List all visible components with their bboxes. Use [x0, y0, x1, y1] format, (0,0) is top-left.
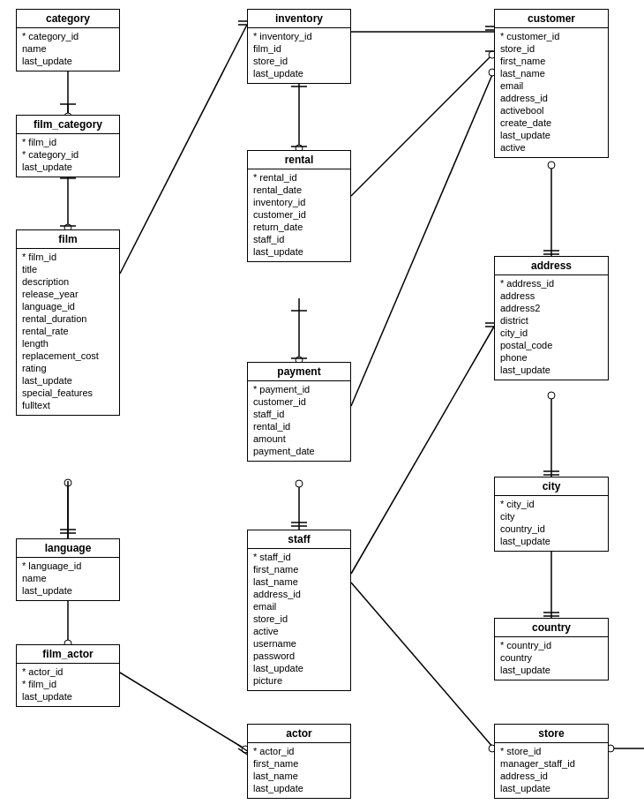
field-city-0: * city_id: [500, 498, 603, 510]
field-staff-7: username: [253, 637, 345, 650]
field-customer-6: activebool: [500, 104, 603, 117]
field-customer-7: create_date: [500, 117, 603, 129]
field-film_category-1: * category_id: [22, 148, 114, 161]
field-payment-0: * payment_id: [253, 383, 345, 395]
entity-body-actor: * actor_idfirst_namelast_namelast_update: [248, 743, 350, 798]
field-film-8: replacement_cost: [22, 350, 114, 362]
field-country-0: * country_id: [500, 639, 603, 651]
entity-header-actor: actor: [248, 725, 350, 743]
entity-body-store: * store_idmanager_staff_idaddress_idlast…: [495, 743, 608, 798]
field-language-2: last_update: [22, 584, 114, 597]
field-film_actor-0: * actor_id: [22, 665, 114, 678]
field-inventory-1: film_id: [253, 42, 345, 55]
field-film_actor-1: * film_id: [22, 678, 114, 690]
entity-header-staff: staff: [248, 530, 350, 549]
field-film-11: special_features: [22, 387, 114, 399]
field-film-4: language_id: [22, 300, 114, 312]
field-rental-2: inventory_id: [253, 196, 345, 208]
field-address-4: city_id: [500, 327, 603, 339]
field-staff-10: picture: [253, 674, 345, 687]
field-store-0: * store_id: [500, 745, 603, 757]
entity-header-category: category: [17, 10, 119, 28]
svg-line-21: [120, 25, 247, 274]
field-film_actor-2: last_update: [22, 690, 114, 703]
field-customer-9: active: [500, 141, 603, 154]
erd-diagram: category* category_idnamelast_updatefilm…: [0, 0, 644, 812]
field-rental-1: rental_date: [253, 184, 345, 196]
entity-body-country: * country_idcountrylast_update: [495, 637, 608, 680]
field-address-5: postal_code: [500, 339, 603, 351]
field-language-1: name: [22, 572, 114, 584]
svg-line-54: [351, 327, 494, 574]
field-country-2: last_update: [500, 664, 603, 676]
field-address-0: * address_id: [500, 277, 603, 289]
field-customer-4: email: [500, 79, 603, 92]
entity-film: film* film_idtitledescriptionrelease_yea…: [16, 229, 120, 416]
field-customer-3: last_name: [500, 67, 603, 79]
field-staff-9: last_update: [253, 662, 345, 674]
field-film-9: rating: [22, 362, 114, 374]
entity-header-film_category: film_category: [17, 116, 119, 134]
entity-city: city* city_idcitycountry_idlast_update: [494, 477, 609, 552]
field-customer-2: first_name: [500, 55, 603, 67]
field-customer-5: address_id: [500, 92, 603, 104]
entity-header-film: film: [17, 230, 119, 249]
entity-body-film_category: * film_id* category_idlast_update: [17, 134, 119, 177]
svg-line-17: [120, 673, 247, 750]
field-country-1: country: [500, 651, 603, 664]
field-rental-0: * rental_id: [253, 171, 345, 184]
field-film-3: release_year: [22, 288, 114, 300]
entity-actor: actor* actor_idfirst_namelast_namelast_u…: [247, 724, 351, 799]
field-staff-3: address_id: [253, 588, 345, 600]
entity-body-customer: * customer_idstore_idfirst_namelast_name…: [495, 28, 608, 157]
field-address-6: phone: [500, 351, 603, 364]
entity-body-film: * film_idtitledescriptionrelease_yearlan…: [17, 249, 119, 415]
entity-body-staff: * staff_idfirst_namelast_nameaddress_ide…: [248, 549, 350, 690]
svg-line-37: [351, 53, 494, 196]
svg-point-43: [548, 162, 555, 169]
field-city-3: last_update: [500, 535, 603, 547]
field-city-1: city: [500, 510, 603, 523]
entity-body-city: * city_idcitycountry_idlast_update: [495, 496, 608, 551]
field-rental-5: staff_id: [253, 233, 345, 245]
field-film-12: fulltext: [22, 399, 114, 411]
field-payment-2: staff_id: [253, 408, 345, 420]
entity-header-inventory: inventory: [248, 10, 350, 28]
field-actor-1: first_name: [253, 757, 345, 770]
entity-header-rental: rental: [248, 151, 350, 169]
field-film-0: * film_id: [22, 251, 114, 263]
entity-staff: staff* staff_idfirst_namelast_nameaddres…: [247, 530, 351, 691]
field-staff-4: email: [253, 600, 345, 613]
field-staff-1: first_name: [253, 563, 345, 575]
entity-header-film_actor: film_actor: [17, 645, 119, 664]
field-film-2: description: [22, 275, 114, 288]
field-rental-4: return_date: [253, 221, 345, 233]
field-staff-6: active: [253, 625, 345, 637]
field-address-3: district: [500, 314, 603, 327]
field-rental-6: last_update: [253, 245, 345, 258]
field-film_category-2: last_update: [22, 161, 114, 173]
svg-point-12: [64, 479, 71, 486]
entity-language: language* language_idnamelast_update: [16, 538, 120, 601]
field-film-7: length: [22, 337, 114, 350]
entity-body-rental: * rental_idrental_dateinventory_idcustom…: [248, 169, 350, 261]
entity-body-language: * language_idnamelast_update: [17, 558, 119, 600]
entity-body-category: * category_idnamelast_update: [17, 28, 119, 71]
entity-film_actor: film_actor* actor_id* film_idlast_update: [16, 644, 120, 707]
field-address-2: address2: [500, 302, 603, 314]
field-staff-0: * staff_id: [253, 551, 345, 563]
entity-body-inventory: * inventory_idfilm_idstore_idlast_update: [248, 28, 350, 83]
field-store-1: manager_staff_id: [500, 757, 603, 770]
entity-header-payment: payment: [248, 363, 350, 381]
field-store-2: address_id: [500, 770, 603, 782]
entity-store: store* store_idmanager_staff_idaddress_i…: [494, 724, 609, 799]
field-inventory-3: last_update: [253, 67, 345, 79]
entity-header-address: address: [495, 257, 608, 275]
entity-category: category* category_idnamelast_update: [16, 9, 120, 71]
entity-body-film_actor: * actor_id* film_idlast_update: [17, 664, 119, 706]
entity-inventory: inventory* inventory_idfilm_idstore_idla…: [247, 9, 351, 84]
entity-address: address* address_idaddressaddress2distri…: [494, 256, 609, 380]
entity-rental: rental* rental_idrental_dateinventory_id…: [247, 150, 351, 262]
entity-body-payment: * payment_idcustomer_idstaff_idrental_id…: [248, 381, 350, 461]
field-payment-5: payment_date: [253, 445, 345, 457]
